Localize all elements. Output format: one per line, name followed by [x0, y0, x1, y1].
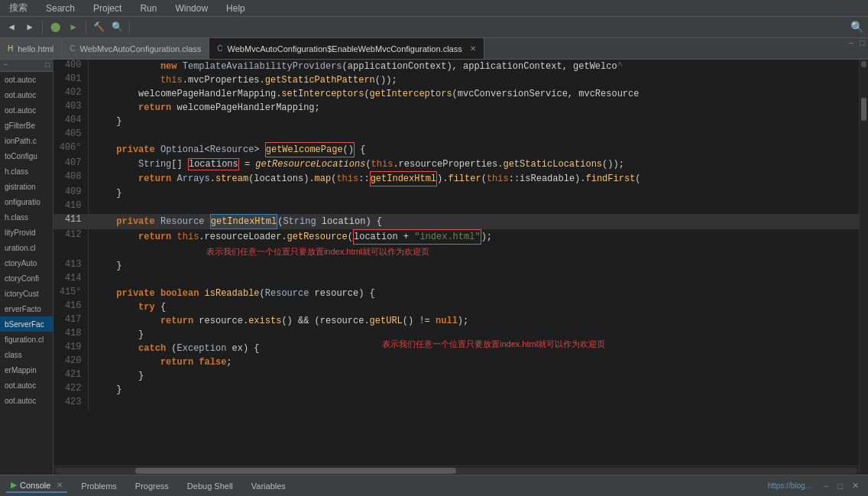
menu-item-search-en[interactable]: Search — [43, 2, 78, 15]
code-area: 400 new TemplateAvailabilityProviders(ap… — [53, 60, 859, 475]
bottom-tab-debug-shell[interactable]: Debug Shell — [183, 480, 238, 492]
table-row: 423 — [53, 397, 859, 410]
tab-hello[interactable]: H hello.html — [0, 38, 62, 59]
sidebar-item-2[interactable]: oot.autoc — [0, 87, 53, 102]
table-row: 404 } — [53, 115, 859, 128]
bottom-maximize-btn[interactable]: □ — [834, 481, 846, 491]
menu-item-run[interactable]: Run — [137, 2, 160, 15]
line-num-416: 416 — [53, 300, 88, 314]
table-row: 416 try { — [53, 300, 859, 314]
console-icon: ▶ — [11, 480, 17, 490]
bottom-minimize-btn[interactable]: − — [821, 481, 831, 491]
sidebar-item-3[interactable]: oot.autoc — [0, 102, 53, 118]
code-line-400: new TemplateAvailabilityProviders(applic… — [88, 60, 859, 73]
code-line-415: private boolean isReadable(Resource reso… — [88, 287, 859, 300]
tab-webmvc[interactable]: C WebMvcAutoConfiguration.class — [62, 38, 209, 59]
line-num-414: 414 — [53, 273, 88, 287]
tab-webmvc-enable[interactable]: C WebMvcAutoConfiguration$EnableWebMvcCo… — [209, 38, 484, 59]
table-row: 413 } — [53, 259, 859, 273]
table-row: 401 this.mvcProperties.getStaticPathPatt… — [53, 73, 859, 87]
toolbar-back[interactable]: ◀ — [3, 19, 20, 36]
toolbar-run[interactable]: ▶ — [65, 19, 82, 36]
scroll-track[interactable] — [55, 468, 857, 474]
line-num-417: 417 — [53, 314, 88, 328]
bottom-tab-variables[interactable]: Variables — [247, 480, 290, 492]
table-row: 403 return welcomePageHandlerMapping; — [53, 101, 859, 115]
code-line-403: return welcomePageHandlerMapping; — [88, 101, 859, 115]
code-line-413: } — [88, 259, 859, 273]
tab-close-icon[interactable]: ✕ — [470, 44, 476, 53]
code-scroll[interactable]: 400 new TemplateAvailabilityProviders(ap… — [53, 60, 859, 465]
minimize-editor-btn[interactable]: − — [846, 38, 857, 59]
tab-hello-label: hello.html — [18, 44, 53, 53]
chinese-annotation: 表示我们任意一个位置只要放置index.html就可以作为欢迎页 — [206, 247, 429, 256]
sidebar-item-11[interactable]: lityProvid — [0, 225, 53, 240]
menu-item-search[interactable]: 搜索 — [6, 0, 31, 16]
console-close-icon[interactable]: ✕ — [57, 481, 63, 489]
sidebar-item-20[interactable]: erMappin — [0, 362, 53, 378]
toolbar-sep1 — [42, 21, 43, 34]
scroll-thumb[interactable] — [135, 468, 456, 474]
sidebar-item-19[interactable]: class — [0, 347, 53, 362]
bottom-tab-problems[interactable]: Problems — [76, 480, 121, 492]
toolbar-run-debug[interactable]: ⬤ — [47, 19, 63, 36]
right-scrollbar[interactable] — [859, 60, 868, 475]
toolbar-forward[interactable]: ▶ — [21, 19, 38, 36]
table-row: 411 private Resource getIndexHtml(String… — [53, 214, 859, 229]
variables-label: Variables — [251, 481, 286, 491]
menu-item-project[interactable]: Project — [90, 2, 125, 15]
sidebar-item-8[interactable]: gistration — [0, 179, 53, 194]
menu-item-window[interactable]: Window — [172, 2, 211, 15]
table-row: 410 — [53, 200, 859, 214]
console-label: Console — [20, 481, 50, 490]
table-row: 412 return this.resourceLoader.getResour… — [53, 229, 859, 259]
maximize-editor-btn[interactable]: □ — [857, 38, 868, 59]
code-line-402: welcomePageHandlerMapping.setInterceptor… — [88, 87, 859, 101]
line-num-422: 422 — [53, 383, 88, 397]
table-row: 402 welcomePageHandlerMapping.setInterce… — [53, 87, 859, 101]
line-num-403: 403 — [53, 101, 88, 115]
sidebar-item-10[interactable]: h.class — [0, 209, 53, 225]
bottom-close-btn[interactable]: ✕ — [849, 480, 862, 491]
tab-webmvc-enable-label: WebMvcAutoConfiguration$EnableWebMvcConf… — [228, 44, 462, 53]
debug-shell-label: Debug Shell — [187, 481, 233, 491]
progress-label: Progress — [135, 481, 169, 491]
table-row: 405 — [53, 128, 859, 142]
table-row: 421 } — [53, 369, 859, 383]
code-line-417: return resource.exists() && (resource.ge… — [88, 314, 859, 328]
line-num-406: 406° — [53, 142, 88, 157]
table-row: 420 return false; — [53, 355, 859, 369]
sidebar-item-12[interactable]: uration.cl — [0, 240, 53, 255]
sidebar-item-22[interactable]: oot.autoc — [0, 393, 53, 408]
sidebar-item-1[interactable]: oot.autoc — [0, 72, 53, 87]
sidebar-item-5[interactable]: ionPath.c — [0, 133, 53, 148]
line-num-412: 412 — [53, 229, 88, 259]
horizontal-scrollbar[interactable] — [53, 465, 859, 475]
toolbar-build[interactable]: 🔨 — [90, 19, 107, 36]
bottom-tab-console[interactable]: ▶ Console ✕ — [6, 478, 67, 493]
sidebar-item-16[interactable]: erverFacto — [0, 301, 53, 316]
menu-item-help[interactable]: Help — [223, 2, 248, 15]
sidebar-item-9[interactable]: onfiguratio — [0, 194, 53, 209]
sidebar-item-4[interactable]: gFilterBe — [0, 118, 53, 133]
toolbar-search[interactable]: 🔍 — [108, 19, 125, 36]
sidebar-item-15[interactable]: ictoryCust — [0, 286, 53, 301]
sidebar-item-18[interactable]: figuration.cl — [0, 332, 53, 347]
table-row: 418 } — [53, 328, 859, 342]
line-num-411: 411 — [53, 214, 88, 229]
sidebar-item-13[interactable]: ctoryAuto — [0, 255, 53, 271]
table-row: 415° private boolean isReadable(Resource… — [53, 287, 859, 300]
bottom-tab-progress[interactable]: Progress — [131, 480, 173, 492]
sidebar-expand[interactable]: □ — [45, 61, 50, 70]
sidebar-item-21[interactable]: oot.autoc — [0, 378, 53, 393]
code-line-418: } — [88, 328, 859, 342]
status-url: https://blog... — [768, 481, 811, 490]
sidebar-item-6[interactable]: toConfigu — [0, 148, 53, 164]
code-line-401: this.mvcProperties.getStaticPathPattern(… — [88, 73, 859, 87]
sidebar-item-7[interactable]: h.class — [0, 164, 53, 179]
toolbar-search-right[interactable]: 🔍 — [848, 19, 865, 36]
sidebar-item-17[interactable]: bServerFac — [0, 316, 53, 332]
line-num-401: 401 — [53, 73, 88, 87]
code-line-421: } — [88, 369, 859, 383]
sidebar-item-14[interactable]: ctoryConfi — [0, 271, 53, 286]
